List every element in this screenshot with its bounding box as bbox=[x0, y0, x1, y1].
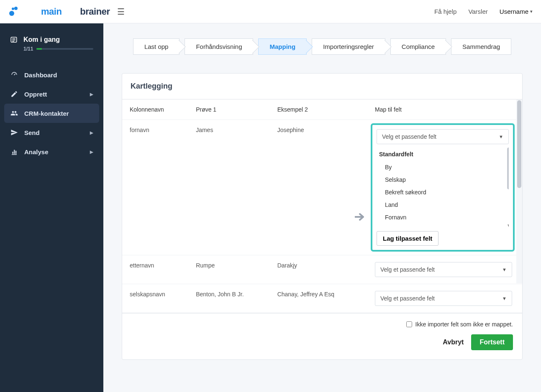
help-link[interactable]: Få hjelp bbox=[434, 8, 456, 15]
arrow-indicator-icon bbox=[355, 213, 367, 221]
sidebar-item-dashboard[interactable]: Dashboard bbox=[0, 65, 103, 84]
field-dropdown-highlight: Velg et passende felt ▼ Standardfelt By … bbox=[371, 123, 515, 252]
table-row: fornavn James Josephine Velg et passende… bbox=[122, 120, 522, 255]
cell-sample1: Benton, John B Jr. bbox=[188, 284, 270, 313]
sidebar-item-label: Analyse bbox=[24, 148, 49, 155]
select-placeholder: Velg et passende felt bbox=[382, 133, 436, 140]
cell-colname: selskapsnavn bbox=[122, 284, 188, 313]
map-field-select[interactable]: Velg et passende felt ▼ bbox=[377, 129, 509, 144]
stepper: Last opp Forhåndsvisning Mapping Importe… bbox=[122, 38, 523, 55]
caret-down-icon: ▼ bbox=[502, 267, 507, 272]
cell-sample2: Darakjy bbox=[270, 255, 367, 284]
table-row: etternavn Rumpe Darakjy Velg et passende… bbox=[122, 255, 522, 284]
step-upload[interactable]: Last opp bbox=[133, 38, 180, 55]
chevron-right-icon: ▶ bbox=[90, 150, 93, 154]
main-content: Last opp Forhåndsvisning Mapping Importe… bbox=[103, 23, 541, 392]
dropdown-option[interactable]: By bbox=[377, 161, 509, 173]
step-import-rules[interactable]: Importeringsregler bbox=[312, 38, 385, 55]
col-header: Map til felt bbox=[367, 99, 522, 120]
cancel-button[interactable]: Avbryt bbox=[443, 339, 464, 346]
caret-down-icon: ▼ bbox=[499, 134, 503, 139]
logo-text-brainer: brainer bbox=[80, 6, 110, 17]
cell-sample1: James bbox=[188, 120, 270, 255]
onboarding-title: Kom i gang bbox=[23, 36, 60, 43]
step-preview[interactable]: Forhåndsvisning bbox=[185, 38, 253, 55]
sidebar-item-send[interactable]: Send ▶ bbox=[0, 123, 103, 142]
chevron-right-icon: ▶ bbox=[90, 92, 93, 97]
mapping-card: Kartlegging Kolonnenavn Prøve 1 Eksempel… bbox=[122, 73, 523, 360]
user-menu[interactable]: Username bbox=[500, 8, 533, 15]
sidebar-item-analyze[interactable]: Analyse ▶ bbox=[0, 142, 103, 161]
step-mapping[interactable]: Mapping bbox=[258, 38, 307, 55]
chart-icon bbox=[10, 148, 18, 155]
table-scrollbar[interactable] bbox=[516, 99, 522, 283]
hamburger-icon[interactable]: ☰ bbox=[117, 7, 125, 17]
cell-colname: etternavn bbox=[122, 255, 188, 284]
onboarding-block[interactable]: Kom i gang 1/11 bbox=[0, 36, 103, 62]
send-icon bbox=[10, 129, 18, 136]
col-header: Eksempel 2 bbox=[270, 99, 367, 120]
sidebar-item-create[interactable]: Opprett ▶ bbox=[0, 84, 103, 104]
create-custom-field-button[interactable]: Lag tilpasset felt bbox=[377, 231, 438, 246]
skip-unmapped-input[interactable] bbox=[406, 321, 412, 327]
field-dropdown-panel: Standardfelt By Selskap Bekreft søkeord … bbox=[377, 148, 509, 227]
caret-down-icon: ▼ bbox=[502, 296, 507, 301]
table-row: selskapsnavn Benton, John B Jr. Chanay, … bbox=[122, 284, 522, 313]
cell-sample2: Chanay, Jeffrey A Esq bbox=[270, 284, 367, 313]
step-compliance[interactable]: Compliance bbox=[390, 38, 446, 55]
checklist-icon bbox=[10, 36, 18, 43]
select-placeholder: Velg et passende felt bbox=[380, 295, 435, 302]
users-icon bbox=[10, 109, 18, 117]
sidebar-item-crm-contacts[interactable]: CRM-kontakter bbox=[4, 104, 99, 123]
dropdown-group-label: Standardfelt bbox=[377, 148, 509, 161]
onboarding-progress-label: 1/11 bbox=[23, 46, 33, 52]
dropdown-option[interactable]: Selskap bbox=[377, 173, 509, 186]
dropdown-option[interactable]: Fornavn bbox=[377, 211, 509, 224]
step-summary[interactable]: Sammendrag bbox=[451, 38, 511, 55]
pencil-icon bbox=[10, 90, 18, 98]
dropdown-option[interactable]: Bekreft søkeord bbox=[377, 186, 509, 199]
sidebar-item-label: Dashboard bbox=[24, 71, 57, 79]
cell-sample1: Rumpe bbox=[188, 255, 270, 284]
sidebar-item-label: CRM-kontakter bbox=[24, 110, 69, 117]
logo-icon bbox=[8, 7, 20, 17]
onboarding-progress-track bbox=[36, 48, 93, 50]
dashboard-icon bbox=[10, 71, 18, 79]
col-header: Prøve 1 bbox=[188, 99, 270, 120]
sidebar-nav: Dashboard Opprett ▶ CRM-kontakter Send bbox=[0, 65, 103, 161]
card-title: Kartlegging bbox=[122, 74, 522, 99]
dropdown-scrollbar[interactable]: ▼ bbox=[506, 148, 509, 227]
cell-sample2: Josephine bbox=[270, 120, 367, 255]
logo[interactable]: mainbrainer bbox=[8, 6, 110, 17]
card-footer: Ikke importer felt som ikke er mappet. A… bbox=[122, 313, 522, 359]
dropdown-option[interactable]: Land bbox=[377, 199, 509, 211]
table-header-row: Kolonnenavn Prøve 1 Eksempel 2 Map til f… bbox=[122, 99, 522, 120]
mapping-table: Kolonnenavn Prøve 1 Eksempel 2 Map til f… bbox=[122, 99, 522, 313]
map-field-select[interactable]: Velg et passende felt ▼ bbox=[375, 291, 512, 306]
col-header: Kolonnenavn bbox=[122, 99, 188, 120]
map-field-select[interactable]: Velg et passende felt ▼ bbox=[375, 262, 512, 277]
sidebar-item-label: Send bbox=[24, 129, 40, 136]
alerts-link[interactable]: Varsler bbox=[468, 8, 487, 15]
skip-unmapped-label: Ikke importer felt som ikke er mappet. bbox=[415, 321, 513, 328]
topbar: mainbrainer ☰ Få hjelp Varsler Username bbox=[0, 0, 541, 23]
chevron-right-icon: ▶ bbox=[90, 130, 93, 135]
sidebar-item-label: Opprett bbox=[24, 91, 47, 98]
cell-colname: fornavn bbox=[122, 120, 188, 255]
scroll-down-icon: ▼ bbox=[507, 223, 509, 227]
select-placeholder: Velg et passende felt bbox=[380, 266, 435, 273]
continue-button[interactable]: Fortsett bbox=[471, 334, 513, 350]
sidebar: Kom i gang 1/11 Dashboard Opprett ▶ bbox=[0, 23, 103, 392]
skip-unmapped-checkbox[interactable]: Ikke importer felt som ikke er mappet. bbox=[406, 321, 513, 328]
